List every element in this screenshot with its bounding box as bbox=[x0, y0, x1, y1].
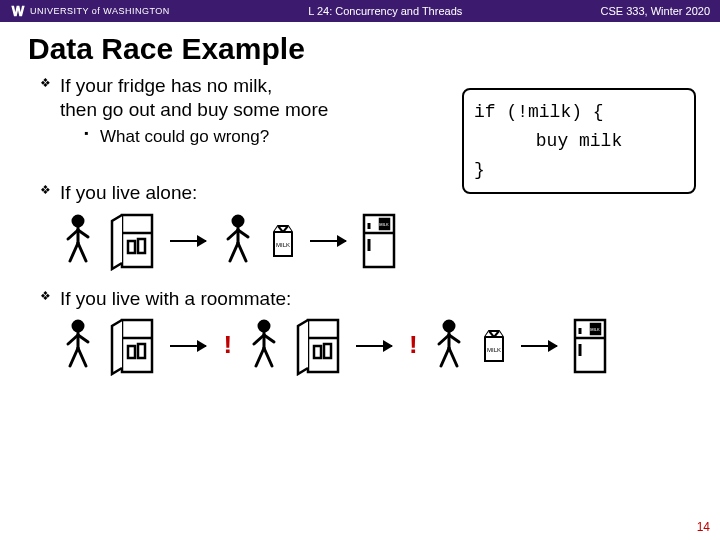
svg-rect-22 bbox=[324, 344, 331, 358]
person-walking-icon bbox=[220, 213, 260, 269]
svg-rect-21 bbox=[314, 346, 321, 358]
arrow-icon bbox=[170, 345, 206, 347]
uw-w-icon bbox=[10, 3, 26, 19]
page-number: 14 bbox=[697, 520, 710, 534]
fridge-open-icon bbox=[110, 316, 156, 376]
person-walking-icon bbox=[246, 318, 286, 374]
uw-logo: UNIVERSITY of WASHINGTON bbox=[10, 3, 170, 19]
exclaim-icon: ! bbox=[406, 330, 422, 363]
svg-text:MILK: MILK bbox=[379, 222, 389, 227]
exclaim-icon: ! bbox=[220, 330, 236, 363]
code-line-2: buy milk bbox=[474, 127, 684, 156]
fridge-closed-icon: MILK bbox=[360, 211, 398, 271]
arrow-icon bbox=[170, 240, 206, 242]
course-label: CSE 333, Winter 2020 bbox=[601, 5, 710, 17]
scenario-roommate-row: ! ! MILK MILK bbox=[60, 316, 720, 376]
arrow-icon bbox=[356, 345, 392, 347]
code-line-1: if (!milk) { bbox=[474, 98, 684, 127]
svg-rect-3 bbox=[128, 241, 135, 253]
person-walking-icon bbox=[60, 318, 100, 374]
person-walking-icon bbox=[60, 213, 100, 269]
fridge-open-icon bbox=[110, 211, 156, 271]
header-bar: UNIVERSITY of WASHINGTON L 24: Concurren… bbox=[0, 0, 720, 22]
fridge-open-icon bbox=[296, 316, 342, 376]
bullet-1-line2: then go out and buy some more bbox=[60, 99, 328, 120]
code-box: if (!milk) { buy milk } bbox=[462, 88, 696, 194]
university-name: UNIVERSITY of WASHINGTON bbox=[30, 6, 170, 16]
svg-text:MILK: MILK bbox=[591, 327, 601, 332]
slide-title: Data Race Example bbox=[28, 32, 720, 66]
arrow-icon bbox=[310, 240, 346, 242]
milk-carton-icon: MILK bbox=[270, 222, 296, 260]
milk-carton-icon: MILK bbox=[481, 327, 507, 365]
svg-text:MILK: MILK bbox=[276, 242, 290, 248]
person-walking-icon bbox=[431, 318, 471, 374]
bullet-1-line1: If your fridge has no milk, bbox=[60, 75, 272, 96]
scenario-alone-row: MILK MILK bbox=[60, 211, 720, 271]
bullet-3: If you live with a roommate: bbox=[40, 287, 720, 311]
fridge-closed-icon: MILK bbox=[571, 316, 609, 376]
lecture-label: L 24: Concurrency and Threads bbox=[170, 5, 601, 17]
svg-rect-17 bbox=[138, 344, 145, 358]
svg-rect-16 bbox=[128, 346, 135, 358]
arrow-icon bbox=[521, 345, 557, 347]
svg-rect-4 bbox=[138, 239, 145, 253]
code-line-3: } bbox=[474, 156, 684, 185]
svg-text:MILK: MILK bbox=[487, 347, 501, 353]
